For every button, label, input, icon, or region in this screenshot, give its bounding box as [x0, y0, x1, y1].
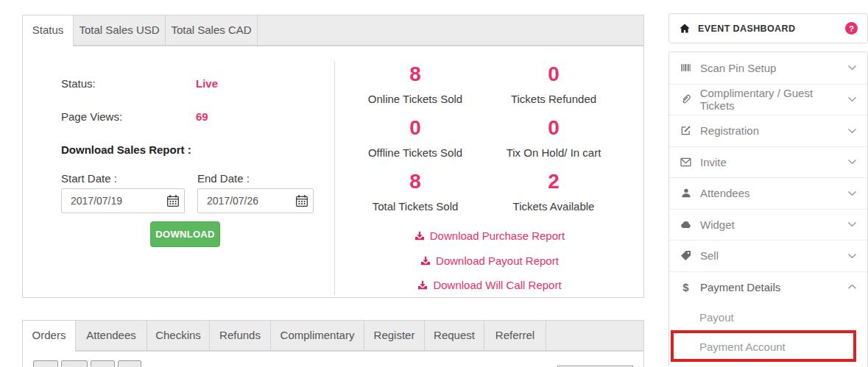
- status-tabs: Status Total Sales USD Total Sales CAD: [22, 15, 644, 46]
- stat-tickets-refunded-value: 0: [458, 63, 649, 86]
- event-dashboard-header[interactable]: EVENT DASHBOARD ?: [668, 13, 868, 43]
- home-icon: [679, 23, 691, 34]
- sidebar-item-sell[interactable]: Sell: [669, 240, 867, 271]
- sidebar-title: EVENT DASHBOARD: [698, 24, 795, 34]
- sidebar-item-invite[interactable]: Invite: [669, 146, 867, 178]
- sidebar-item-attendees[interactable]: Attendees: [669, 177, 867, 209]
- chevron-down-icon: [847, 65, 857, 71]
- chevron-down-icon: [847, 253, 857, 259]
- sidebar-item-registration[interactable]: Registration: [669, 115, 867, 146]
- stat-tickets-refunded-label: Tickets Refunded: [458, 93, 649, 105]
- tab-total-sales-cad[interactable]: Total Sales CAD: [166, 15, 258, 46]
- status-value: Live: [196, 77, 218, 90]
- tabstrip-filler: [546, 320, 644, 351]
- stat-tickets-available-value: 2: [458, 170, 649, 193]
- chevron-down-icon: [847, 159, 857, 165]
- barcode-icon: [680, 62, 692, 74]
- sidebar-item-complimentary-guest-tickets[interactable]: Complimentary / Guest Tickets: [669, 84, 867, 115]
- download-icon: [414, 231, 425, 241]
- chevron-up-icon: [847, 284, 857, 290]
- sidebar-menu: Scan Pin Setup Complimentary / Guest Tic…: [668, 51, 868, 367]
- sidebar-subitem-payment-account[interactable]: Payment Account: [669, 332, 867, 361]
- sidebar-item-payment-details[interactable]: $ Payment Details: [669, 271, 867, 303]
- envelope-icon: [680, 156, 692, 168]
- chevron-down-icon: [847, 221, 857, 227]
- tab-orders[interactable]: Orders: [22, 320, 76, 352]
- tab-refunds[interactable]: Refunds: [210, 320, 271, 351]
- end-date-label: End Date :: [197, 172, 250, 185]
- sidebar-subitem-payout[interactable]: Payout: [669, 302, 867, 332]
- chevron-down-icon: [847, 190, 857, 196]
- stat-tix-on-hold-label: Tix On Hold/ In cart: [458, 146, 649, 159]
- start-date-label: Start Date :: [61, 172, 117, 185]
- cloud-icon: [680, 218, 692, 230]
- tab-request[interactable]: Request: [425, 320, 484, 351]
- paperclip-icon: [680, 93, 692, 105]
- orders-table-container: [22, 351, 644, 367]
- download-payout-report-link[interactable]: Download Payout Report: [335, 254, 644, 267]
- tabstrip-filler: [258, 15, 644, 46]
- dollar-icon: $: [680, 281, 692, 293]
- sidebar-item-widget[interactable]: Widget: [669, 209, 867, 240]
- tab-referrel[interactable]: Referrel: [484, 320, 546, 351]
- tab-total-sales-usd[interactable]: Total Sales USD: [74, 15, 166, 46]
- tab-attendees[interactable]: Attendees: [76, 320, 147, 351]
- download-button[interactable]: DOWNLOAD: [150, 221, 220, 247]
- chevron-down-icon: [847, 96, 857, 102]
- export-button[interactable]: [33, 360, 58, 367]
- calendar-icon[interactable]: [166, 194, 180, 207]
- status-panel: Status: Live Page Views: 69 Download Sal…: [22, 46, 644, 298]
- stat-tickets-available-label: Tickets Available: [458, 200, 649, 213]
- download-purchase-report-link[interactable]: Download Purchase Report: [335, 229, 644, 242]
- chevron-down-icon: [847, 128, 857, 134]
- tab-status[interactable]: Status: [22, 15, 74, 46]
- person-icon: [680, 188, 692, 199]
- download-will-call-report-link[interactable]: Download Will Call Report: [335, 279, 644, 291]
- status-label: Status:: [61, 77, 96, 90]
- orders-tabs: Orders Attendees Checkins Refunds Compli…: [22, 320, 644, 352]
- tab-complimentary[interactable]: Complimentary: [271, 320, 364, 351]
- page-views-label: Page Views:: [61, 110, 122, 123]
- tab-checkins[interactable]: Checkins: [147, 320, 210, 351]
- export-button[interactable]: [61, 360, 88, 367]
- download-icon: [417, 280, 428, 291]
- help-icon[interactable]: ?: [845, 22, 858, 35]
- calendar-icon[interactable]: [295, 194, 308, 207]
- download-icon: [420, 256, 431, 266]
- export-button[interactable]: [118, 360, 141, 367]
- export-button[interactable]: [91, 360, 115, 367]
- page-views-value: 69: [196, 110, 208, 123]
- tag-icon: [680, 250, 692, 262]
- tab-register[interactable]: Register: [364, 320, 425, 351]
- download-sales-report-label: Download Sales Report :: [61, 143, 191, 156]
- stat-tix-on-hold-value: 0: [458, 116, 649, 140]
- edit-icon: [680, 125, 692, 137]
- sidebar-item-scan-pin-setup[interactable]: Scan Pin Setup: [669, 52, 867, 84]
